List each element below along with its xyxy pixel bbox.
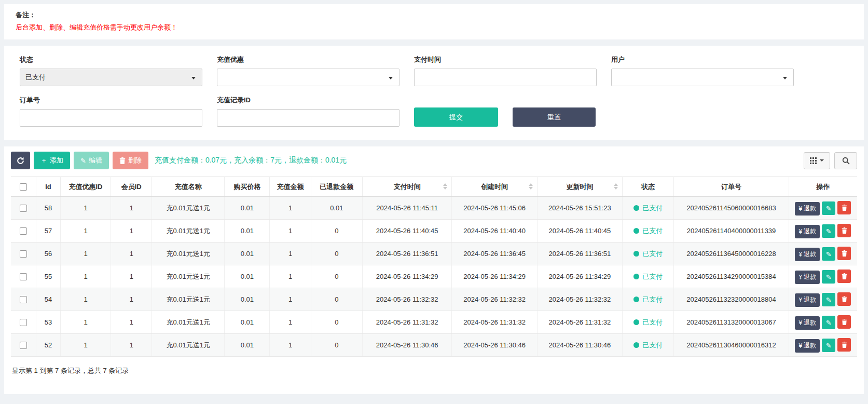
cell-member-id: 1 [111,311,152,334]
cell-actions: ¥退款✎ [789,265,857,288]
pay-time-input[interactable] [414,69,597,86]
table-row: 5211充0.01元送1元0.01102024-05-26 11:30:4620… [11,334,857,357]
yen-icon: ¥ [798,297,802,304]
select-all-checkbox[interactable] [20,183,27,191]
row-delete-button[interactable] [837,292,851,306]
refresh-button[interactable] [11,152,30,169]
sort-icons [529,183,533,190]
reset-button[interactable]: 重置 [513,107,596,127]
refund-button[interactable]: ¥退款 [795,225,820,238]
row-delete-button[interactable] [837,201,851,214]
header-refunded: 已退款金额 [311,177,362,197]
cell-member-id: 1 [111,288,152,311]
field-status: 状态 已支付 [20,55,202,86]
row-checkbox-cell [11,265,36,288]
cell-order-no: 202405261132320000018804 [674,288,789,311]
sort-icons [443,183,447,190]
row-checkbox[interactable] [20,296,27,303]
cell-pay-time: 2024-05-26 11:34:29 [362,265,451,288]
row-checkbox[interactable] [20,273,27,280]
cell-status: 已支付 [623,265,674,288]
cell-pay-time: 2024-05-26 11:36:51 [362,243,451,265]
row-delete-button[interactable] [837,224,851,237]
row-delete-button[interactable] [837,270,851,283]
row-checkbox[interactable] [20,205,27,212]
refund-button[interactable]: ¥退款 [795,293,820,307]
edit-button[interactable]: ✎编辑 [74,152,109,169]
header-amount: 充值金额 [270,177,311,197]
row-checkbox[interactable] [20,319,27,326]
row-checkbox-cell [11,311,36,334]
header-price: 购买价格 [225,177,270,197]
row-edit-button[interactable]: ✎ [822,201,835,215]
row-edit-button[interactable]: ✎ [822,339,835,352]
trash-icon [842,227,847,234]
promo-select[interactable] [217,69,399,86]
cell-promo-id: 1 [60,265,111,288]
refund-button[interactable]: ¥退款 [795,316,820,330]
cell-id: 57 [36,220,61,243]
row-delete-button[interactable] [837,315,851,329]
status-badge: 已支付 [642,227,663,235]
cell-order-no: 202405261134290000015384 [674,265,789,288]
row-delete-button[interactable] [837,247,851,260]
header-status: 状态 [623,177,674,197]
cell-member-id: 1 [111,243,152,265]
row-edit-button[interactable]: ✎ [822,270,835,284]
pencil-icon: ✎ [826,342,832,349]
header-id: Id [36,177,61,197]
cell-price: 0.01 [225,220,270,243]
row-edit-button[interactable]: ✎ [822,293,835,306]
yen-icon: ¥ [798,205,802,212]
header-name: 充值名称 [152,177,225,197]
row-edit-button[interactable]: ✎ [822,224,835,238]
header-update-time[interactable]: 更新时间 [537,177,622,197]
record-id-input[interactable] [217,109,399,127]
delete-button[interactable]: 删除 [113,152,148,169]
cell-refunded: 0 [311,243,362,265]
refund-button[interactable]: ¥退款 [795,202,820,216]
cell-update-time: 2024-05-26 11:31:32 [537,311,622,334]
cell-refunded: 0 [311,288,362,311]
status-dot-icon [633,228,639,234]
header-pay-time[interactable]: 支付时间 [362,177,451,197]
chevron-down-icon [820,159,824,161]
row-edit-button[interactable]: ✎ [822,316,835,329]
search-toggle-button[interactable] [834,152,857,169]
pencil-icon: ✎ [826,227,832,235]
refund-button[interactable]: ¥退款 [795,248,820,261]
row-checkbox[interactable] [20,342,27,349]
chevron-down-icon [783,77,787,79]
row-checkbox[interactable] [20,227,27,235]
plus-icon: ＋ [40,156,47,165]
refund-button[interactable]: ¥退款 [795,271,820,284]
status-dot-icon [633,297,639,302]
row-checkbox-cell [11,220,36,243]
row-checkbox-cell [11,334,36,357]
submit-button[interactable]: 提交 [414,107,498,127]
status-select[interactable]: 已支付 [20,69,202,86]
cell-status: 已支付 [623,288,674,311]
field-pay-time: 支付时间 [414,55,597,86]
refund-button[interactable]: ¥退款 [795,339,820,353]
cell-pay-time: 2024-05-26 11:31:32 [362,311,451,334]
cell-order-no: 202405261130460000016312 [674,334,789,357]
row-edit-button[interactable]: ✎ [822,247,835,261]
yen-icon: ¥ [798,228,802,235]
cell-status: 已支付 [623,197,674,220]
status-badge: 已支付 [642,318,663,326]
columns-button[interactable] [804,152,830,169]
header-checkbox-cell [11,177,36,197]
header-create-time[interactable]: 创建时间 [452,177,537,197]
add-button[interactable]: ＋添加 [34,152,70,169]
cell-price: 0.01 [225,197,270,220]
row-checkbox[interactable] [20,250,27,258]
order-no-input[interactable] [20,109,202,127]
search-icon [842,157,850,165]
cell-amount: 1 [270,265,311,288]
cell-create-time: 2024-05-26 11:34:29 [452,265,537,288]
row-delete-button[interactable] [837,338,851,352]
cell-price: 0.01 [225,265,270,288]
user-select[interactable] [611,69,794,86]
status-badge: 已支付 [642,250,663,258]
